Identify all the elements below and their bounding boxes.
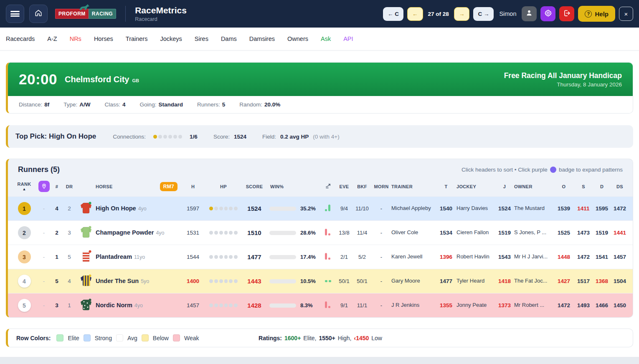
column-header-dr[interactable]: DR bbox=[62, 184, 76, 189]
tab-trainers[interactable]: Trainers bbox=[126, 35, 148, 42]
tab-a-z[interactable]: A-Z bbox=[47, 35, 57, 42]
runners-hint: Click headers to sort • Click purple bad… bbox=[462, 167, 623, 173]
horse-cell[interactable]: Plantadream11yo bbox=[96, 253, 180, 261]
pin-badge[interactable] bbox=[38, 181, 50, 192]
tab-horses[interactable]: Horses bbox=[94, 35, 113, 42]
trainer-rating-cell: 1355 bbox=[436, 302, 456, 308]
logout-button[interactable] bbox=[559, 6, 574, 21]
hp-dots-cell bbox=[206, 231, 241, 235]
column-header-hp[interactable]: HP bbox=[206, 184, 241, 189]
app-subtitle: Racecard bbox=[135, 16, 187, 22]
draw-cell: 2 bbox=[62, 205, 76, 212]
logout-icon bbox=[563, 9, 571, 19]
trainer-cell: Oliver Cole bbox=[391, 229, 436, 236]
eve-odds-cell: 2/1 bbox=[335, 254, 353, 260]
close-button[interactable]: × bbox=[619, 7, 633, 21]
user-icon bbox=[525, 9, 533, 19]
race-detail-item: Going:Standard bbox=[140, 101, 183, 108]
trainer-cell: Karen Jewell bbox=[391, 253, 436, 260]
table-row[interactable]: 2-23 Champagne Powder4yo1531151028.6%13/… bbox=[8, 220, 633, 245]
jockey-cell: Robert Havlin bbox=[456, 253, 495, 260]
column-header-num[interactable]: # bbox=[51, 184, 62, 189]
jockey-rating-cell: 1418 bbox=[495, 278, 514, 284]
jockey-cell: Jonny Peate bbox=[456, 302, 495, 308]
top-bar: PROFORM RACING RaceMetrics Racecard ← C … bbox=[0, 0, 639, 28]
column-header-t[interactable]: T bbox=[436, 184, 456, 189]
table-row[interactable]: 1-42 High On Hope4yo1597152435.2%9/411/1… bbox=[8, 196, 633, 220]
next-course-button[interactable]: C → bbox=[473, 7, 494, 21]
rm7-badge[interactable]: RM7 bbox=[160, 182, 178, 191]
hp-dots-cell bbox=[206, 279, 241, 283]
prev-course-button[interactable]: ← C bbox=[383, 7, 403, 21]
ratings-segment: Low bbox=[371, 335, 382, 341]
prev-race-button[interactable]: ← bbox=[407, 7, 423, 21]
table-row[interactable]: 4-54 Under The Sun5yo1400144310.5%50/150… bbox=[8, 269, 633, 293]
column-header-score[interactable]: SCORE bbox=[241, 184, 268, 189]
column-header-eve[interactable]: EVE bbox=[335, 184, 353, 189]
home-button[interactable] bbox=[29, 5, 48, 23]
owner-cell: The Mustard bbox=[514, 205, 553, 212]
race-time: 20:00 bbox=[19, 71, 57, 88]
draw-cell: 4 bbox=[62, 278, 76, 284]
hp-dot bbox=[229, 231, 233, 235]
hp-dot bbox=[214, 255, 218, 259]
morn-odds-cell: - bbox=[371, 302, 391, 308]
proform-racing-logo: PROFORM RACING bbox=[55, 9, 116, 19]
owner-rating-cell: 1472 bbox=[553, 302, 574, 308]
column-header-trainer[interactable]: TRAINER bbox=[391, 184, 436, 189]
hp-dots-cell bbox=[206, 303, 241, 307]
column-header-pin-badge[interactable] bbox=[36, 181, 51, 192]
column-header-owner[interactable]: OWNER bbox=[514, 184, 553, 189]
trainer-cell: J R Jenkins bbox=[391, 302, 436, 308]
hamburger-menu-button[interactable] bbox=[6, 5, 24, 23]
column-header-jockey[interactable]: JOCKEY bbox=[456, 184, 495, 189]
column-header-h[interactable]: H bbox=[180, 184, 206, 189]
column-header-s[interactable]: S bbox=[574, 184, 593, 189]
table-row[interactable]: 3-15 Plantadream11yo1544147717.4%2/15/2-… bbox=[8, 245, 633, 269]
horse-cell[interactable]: Champagne Powder4yo bbox=[96, 229, 180, 237]
eve-odds-cell: 13/8 bbox=[335, 230, 353, 236]
score-label: Score: bbox=[213, 134, 230, 140]
tab-dams[interactable]: Dams bbox=[221, 35, 237, 42]
silk-icon bbox=[76, 298, 96, 313]
ratings-segment: Elite, bbox=[303, 335, 316, 341]
horse-cell[interactable]: Nordic Norm4yo bbox=[96, 301, 180, 309]
horse-cell[interactable]: High On Hope4yo bbox=[96, 205, 180, 212]
settings-button[interactable] bbox=[540, 6, 555, 21]
hp-dot bbox=[234, 279, 238, 283]
tab-nrs[interactable]: NRs bbox=[70, 35, 81, 42]
column-header-horse[interactable]: HORSERM7 bbox=[96, 182, 180, 191]
help-button[interactable]: ? Help bbox=[578, 6, 615, 22]
tab-ask[interactable]: Ask bbox=[321, 35, 331, 42]
next-race-button[interactable]: → bbox=[454, 7, 470, 21]
hint-text-after: badge to expand patterns bbox=[559, 167, 623, 173]
win-percent-cell: 10.5% bbox=[268, 278, 321, 284]
win-percent-value: 10.5% bbox=[300, 278, 316, 284]
eve-odds-cell: 50/1 bbox=[335, 278, 353, 284]
user-profile-button[interactable] bbox=[522, 6, 537, 21]
column-header-d[interactable]: D bbox=[593, 184, 611, 189]
tab-sires[interactable]: Sires bbox=[195, 35, 208, 42]
column-header-rank[interactable]: RANK▲ bbox=[12, 182, 36, 191]
tab-owners[interactable]: Owners bbox=[287, 35, 308, 42]
hp-dot bbox=[224, 303, 228, 307]
column-header-trend[interactable] bbox=[321, 183, 335, 190]
column-header-ds[interactable]: DS bbox=[611, 184, 629, 189]
footer-strip bbox=[0, 357, 639, 364]
tab-api[interactable]: API bbox=[343, 35, 353, 42]
column-header-o[interactable]: O bbox=[553, 184, 574, 189]
race-detail-item: Class:4 bbox=[105, 101, 126, 108]
tab-racecards[interactable]: Racecards bbox=[6, 35, 35, 42]
horse-cell[interactable]: Under The Sun5yo bbox=[96, 277, 180, 285]
tab-damsires[interactable]: Damsires bbox=[249, 35, 275, 42]
owner-rating-cell: 1448 bbox=[553, 254, 574, 260]
column-header-bkf[interactable]: BKF bbox=[353, 184, 371, 189]
column-header-j[interactable]: J bbox=[495, 184, 514, 189]
table-header-row: RANK▲#DRHORSERM7HHPSCOREWIN%EVEBKFMORNTR… bbox=[8, 178, 633, 196]
column-header-win[interactable]: WIN% bbox=[268, 184, 321, 189]
morn-odds-cell: - bbox=[371, 278, 391, 284]
column-header-morn[interactable]: MORN bbox=[371, 184, 391, 189]
table-row[interactable]: 5-31 Nordic Norm4yo145714288.3%9/111/1-J… bbox=[8, 293, 633, 317]
trend-icon bbox=[325, 185, 332, 190]
tab-jockeys[interactable]: Jockeys bbox=[160, 35, 182, 42]
